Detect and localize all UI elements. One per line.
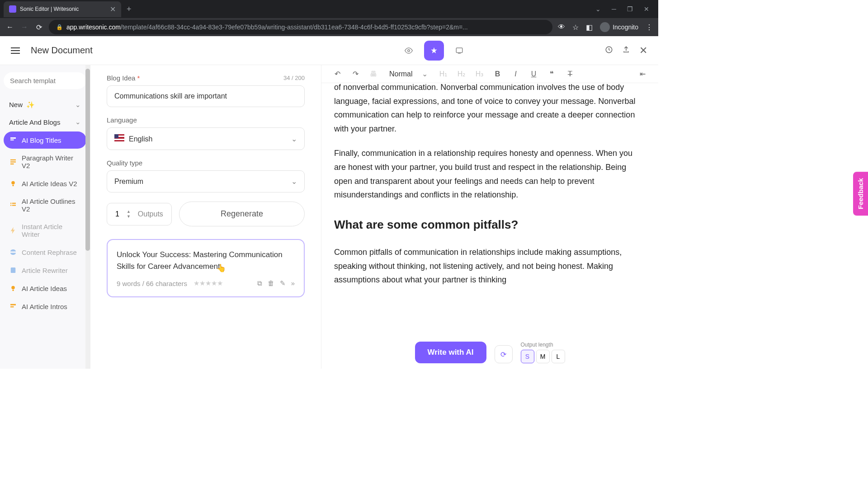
blog-idea-label: Blog Idea * 34 / 200: [107, 74, 305, 82]
tab-title: Sonic Editor | Writesonic: [20, 6, 106, 12]
chat-button[interactable]: [449, 41, 469, 61]
url-field[interactable]: 🔒 app.writesonic.com/template/4af66c88-3…: [49, 20, 552, 34]
sparkle-icon: ✨: [26, 101, 35, 108]
bottom-action-bar: Write with AI ⟳ Output length S M L: [415, 342, 565, 363]
chevron-down-icon[interactable]: ▼: [127, 215, 131, 219]
bold-button[interactable]: B: [493, 70, 503, 78]
copy-icon[interactable]: ⧉: [257, 279, 262, 287]
editor-content[interactable]: of nonverbal communication. Nonverbal co…: [321, 83, 658, 369]
sidebar-scrollbar[interactable]: [85, 65, 90, 369]
close-window-button[interactable]: ✕: [644, 5, 649, 13]
length-option-l[interactable]: L: [552, 350, 565, 363]
clear-format-button[interactable]: T̶: [565, 70, 575, 78]
document-title[interactable]: New Document: [31, 45, 93, 56]
outputs-stepper[interactable]: 1 ▲▼ Outputs: [107, 203, 172, 225]
incognito-icon: [600, 22, 610, 32]
underline-button[interactable]: U: [529, 70, 539, 78]
regenerate-button[interactable]: Regenerate: [179, 202, 305, 226]
close-icon[interactable]: ✕: [110, 5, 116, 14]
sidebar-item-article-rewriter[interactable]: Article Rewriter: [4, 262, 86, 279]
minimize-button[interactable]: ─: [612, 5, 616, 13]
form-panel: Blog Idea * 34 / 200 Language English ⌄ …: [90, 65, 321, 369]
paragraph: of nonverbal communication. Nonverbal co…: [334, 83, 646, 136]
extensions-icon[interactable]: ◧: [586, 23, 593, 32]
print-button[interactable]: 🖶: [368, 70, 378, 78]
paragraph: Finally, communication in a relationship…: [334, 146, 646, 202]
expand-icon[interactable]: »: [291, 279, 295, 287]
quality-select[interactable]: Premium ⌄: [107, 170, 305, 192]
edit-icon[interactable]: ✎: [280, 279, 286, 287]
template-icon: [9, 179, 17, 188]
sidebar-item-instant-writer[interactable]: Instant Article Writer: [4, 218, 86, 243]
maximize-button[interactable]: ❐: [627, 5, 633, 13]
sidebar-item-paragraph-writer[interactable]: Paragraph Writer V2: [4, 150, 86, 174]
result-meta: 9 words / 66 characters ★★★★★ ⧉ 🗑 ✎ »: [117, 279, 295, 287]
template-icon: [9, 248, 17, 256]
align-button[interactable]: ⇤: [637, 70, 647, 78]
svg-rect-4: [10, 140, 14, 141]
text-style-select[interactable]: Normal⌄: [387, 70, 430, 78]
sidebar-item-article-outlines[interactable]: AI Article Outlines V2: [4, 193, 86, 217]
svg-rect-17: [10, 304, 16, 305]
h1-button[interactable]: H₁: [439, 70, 448, 78]
reload-button[interactable]: ⟳: [34, 23, 43, 32]
char-count: 34 / 200: [283, 75, 305, 81]
forward-button[interactable]: →: [20, 23, 29, 31]
editor-toolbar: ↶ ↷ 🖶 Normal⌄ H₁ H₂ H₃ B I U ❝ T̶ ⇤: [321, 65, 658, 83]
sidebar-item-content-rephrase[interactable]: Content Rephrase: [4, 244, 86, 261]
language-select[interactable]: English ⌄: [107, 127, 305, 150]
lock-icon: 🔒: [56, 24, 63, 30]
eye-off-icon[interactable]: 👁: [558, 23, 565, 31]
svg-rect-1: [456, 48, 462, 53]
incognito-indicator[interactable]: Incognito: [600, 22, 638, 32]
svg-point-8: [11, 181, 15, 185]
write-with-ai-button[interactable]: Write with AI: [415, 342, 486, 363]
length-option-s[interactable]: S: [521, 350, 534, 363]
length-option-m[interactable]: M: [536, 350, 550, 363]
preview-button[interactable]: [399, 41, 419, 61]
chevron-down-icon: ⌄: [75, 118, 81, 126]
sidebar-item-article-intros[interactable]: AI Article Intros: [4, 298, 86, 315]
redo-button[interactable]: ↷: [350, 70, 360, 78]
sidebar-section-article[interactable]: Article And Blogs ⌄: [4, 113, 86, 131]
quality-label: Quality type: [107, 159, 305, 167]
result-card[interactable]: Unlock Your Success: Mastering Communica…: [107, 239, 305, 297]
share-button[interactable]: [622, 46, 630, 56]
sidebar: New ✨ ⌄ Article And Blogs ⌄ AI Blog Titl…: [0, 65, 90, 369]
close-button[interactable]: ✕: [639, 45, 647, 56]
sidebar-item-ai-blog-titles[interactable]: AI Blog Titles: [4, 131, 86, 149]
bookmark-icon[interactable]: ☆: [572, 23, 579, 32]
favicon: [9, 5, 16, 13]
result-title: Unlock Your Success: Mastering Communica…: [117, 249, 295, 272]
browser-tab[interactable]: Sonic Editor | Writesonic ✕: [4, 1, 121, 17]
undo-button[interactable]: ↶: [332, 70, 342, 78]
h2-button[interactable]: H₂: [457, 70, 467, 78]
delete-icon[interactable]: 🗑: [268, 279, 274, 287]
template-icon: [9, 158, 17, 166]
rating-stars[interactable]: ★★★★★: [193, 279, 223, 287]
svg-rect-11: [12, 203, 16, 204]
chevron-up-icon[interactable]: ▲: [127, 210, 131, 214]
blog-idea-input[interactable]: [107, 85, 305, 107]
svg-rect-16: [13, 290, 14, 291]
sidebar-item-article-ideas[interactable]: AI Article Ideas: [4, 280, 86, 297]
refresh-button[interactable]: ⟳: [495, 345, 513, 363]
sidebar-section-new[interactable]: New ✨ ⌄: [4, 96, 86, 113]
menu-icon[interactable]: ⋮: [646, 23, 653, 32]
menu-button[interactable]: [11, 46, 20, 56]
quote-button[interactable]: ❝: [547, 70, 557, 78]
new-tab-button[interactable]: +: [127, 5, 132, 14]
generate-button[interactable]: [424, 41, 444, 61]
flag-icon: [114, 134, 124, 141]
italic-button[interactable]: I: [511, 70, 521, 78]
svg-rect-5: [10, 160, 16, 160]
sidebar-item-article-ideas-v2[interactable]: AI Article Ideas V2: [4, 175, 86, 192]
window-controls: ⌄ ─ ❐ ✕: [595, 5, 655, 13]
svg-rect-13: [12, 205, 16, 206]
h3-button[interactable]: H₃: [475, 70, 485, 78]
back-button[interactable]: ←: [5, 23, 14, 31]
dropdown-icon[interactable]: ⌄: [595, 5, 601, 13]
template-icon: [9, 302, 17, 310]
history-button[interactable]: [605, 46, 613, 56]
search-input[interactable]: [4, 72, 86, 89]
